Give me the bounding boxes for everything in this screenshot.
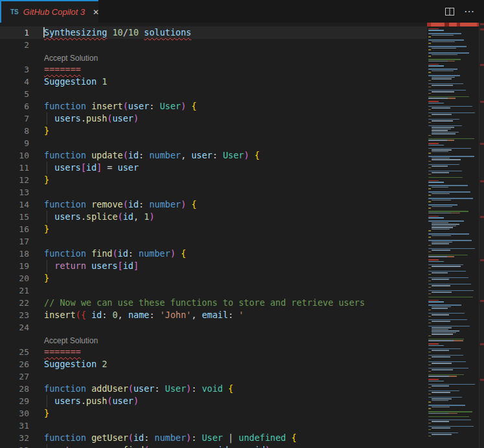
code-line[interactable]: 25=======: [0, 346, 427, 358]
code-line[interactable]: 20}: [0, 272, 427, 284]
indent-guide: [47, 444, 47, 448]
code-line[interactable]: 4Suggestion 1: [0, 76, 427, 88]
code-line[interactable]: 3=======: [0, 63, 427, 76]
code-line-text: }: [44, 125, 49, 137]
more-actions-icon[interactable]: ⋯: [464, 6, 475, 17]
error-ruler-mark: [480, 216, 484, 218]
code-line[interactable]: 16}: [0, 223, 427, 235]
editor-tab-bar: TS GitHub Copilot 3 ✕ ⋯: [0, 0, 484, 23]
code-line[interactable]: 8}: [0, 125, 427, 137]
error-ruler-mark: [480, 379, 484, 381]
typescript-file-icon: TS: [10, 8, 19, 16]
code-line-text: function insert(user: User) {: [44, 100, 197, 112]
line-number: 1: [0, 27, 29, 39]
editor-group: 1Synthesizing 10/10 solutions2Accept Sol…: [0, 23, 484, 448]
overview-ruler-scrollbar[interactable]: [479, 23, 484, 448]
code-line-text: function remove(id: number) {: [44, 198, 197, 211]
line-number: 10: [0, 149, 29, 162]
code-line[interactable]: 19 return users[id]: [0, 260, 427, 272]
code-line[interactable]: 2: [0, 39, 427, 51]
code-line-text: function find(id: number) {: [44, 248, 186, 260]
code-line[interactable]: 26Suggestion 2: [0, 358, 427, 370]
code-line[interactable]: 9: [0, 137, 427, 149]
code-line-text: }: [44, 272, 49, 284]
code-line[interactable]: 10function update(id: number, user: User…: [0, 149, 427, 162]
line-number: 32: [0, 432, 29, 444]
error-ruler-mark: [480, 101, 484, 103]
line-number: 30: [0, 407, 29, 420]
code-line-text: return users.find(user => user.id === id…: [44, 444, 270, 448]
code-line[interactable]: 14function remove(id: number) {: [0, 198, 427, 211]
code-line[interactable]: 1Synthesizing 10/10 solutions: [0, 27, 427, 39]
code-line[interactable]: 11 users[id] = user: [0, 162, 427, 174]
code-line[interactable]: 33 return users.find(user => user.id ===…: [0, 444, 427, 448]
code-line-text: return users[id]: [44, 260, 138, 272]
code-line[interactable]: 15 users.splice(id, 1): [0, 211, 427, 223]
line-number: 4: [0, 76, 29, 88]
error-ruler-mark: [480, 23, 484, 25]
code-line[interactable]: 30}: [0, 407, 427, 420]
line-number: 23: [0, 309, 29, 321]
code-line[interactable]: 32function getUser(id: number): User | u…: [0, 432, 427, 444]
minimap-line: [427, 439, 479, 441]
code-line-text: function getUser(id: number): User | und…: [44, 432, 296, 444]
code-line[interactable]: 22// Now we can use these functions to s…: [0, 297, 427, 309]
code-line[interactable]: 23insert({ id: 0, name: 'John', email: ': [0, 309, 427, 321]
code-line-text: Suggestion 1: [44, 76, 107, 88]
line-number: 20: [0, 272, 29, 284]
line-number: 15: [0, 211, 29, 223]
code-line-text: }: [44, 223, 49, 235]
code-line[interactable]: 7 users.push(user): [0, 112, 427, 125]
code-line[interactable]: 12}: [0, 174, 427, 186]
code-line[interactable]: 27: [0, 370, 427, 383]
error-ruler-mark: [480, 343, 484, 345]
code-line[interactable]: 29 users.push(user): [0, 395, 427, 407]
indent-guide: [47, 112, 47, 125]
editor-actions: ⋯: [445, 0, 484, 23]
accept-solution-link[interactable]: Accept Solution: [44, 336, 98, 346]
code-line[interactable]: 17: [0, 235, 427, 248]
code-line-text: function addUser(user: User): void {: [44, 383, 234, 395]
code-line[interactable]: 18function find(id: number) {: [0, 248, 427, 260]
indent-guide: [47, 260, 47, 272]
line-number: 31: [0, 420, 29, 432]
line-number: 24: [0, 321, 29, 334]
code-line[interactable]: 5: [0, 88, 427, 100]
error-ruler-mark: [480, 28, 484, 30]
code-line[interactable]: 21: [0, 284, 427, 297]
tab-github-copilot-3[interactable]: TS GitHub Copilot 3 ✕: [1, 0, 98, 23]
line-number: 16: [0, 223, 29, 235]
code-line-text: }: [44, 407, 49, 420]
line-number: 19: [0, 260, 29, 272]
code-editor[interactable]: 1Synthesizing 10/10 solutions2Accept Sol…: [0, 23, 427, 448]
tab-close-icon[interactable]: ✕: [91, 7, 101, 17]
line-number: 6: [0, 100, 29, 112]
line-number: 7: [0, 112, 29, 125]
code-line[interactable]: 28function addUser(user: User): void {: [0, 383, 427, 395]
code-line-text: =======: [44, 63, 81, 76]
line-number: 21: [0, 284, 29, 297]
indent-guide: [47, 395, 47, 407]
code-line-text: users[id] = user: [44, 162, 138, 174]
line-number: 14: [0, 198, 29, 211]
code-line[interactable]: 24: [0, 321, 427, 334]
code-line[interactable]: 13: [0, 186, 427, 198]
minimap[interactable]: [427, 23, 479, 448]
indent-guide: [47, 162, 47, 174]
line-number: 5: [0, 88, 29, 100]
line-number: 11: [0, 162, 29, 174]
code-line-text: =======: [44, 346, 81, 358]
line-number: 18: [0, 248, 29, 260]
vscode-window: TS GitHub Copilot 3 ✕ ⋯ 1Synthesizing 10…: [0, 0, 484, 448]
split-editor-icon[interactable]: [445, 6, 455, 17]
line-number: 17: [0, 235, 29, 248]
code-line[interactable]: 31: [0, 420, 427, 432]
code-line-text: users.splice(id, 1): [44, 211, 155, 223]
tab-label: GitHub Copilot 3: [23, 7, 85, 17]
line-number: 26: [0, 358, 29, 370]
accept-solution-link[interactable]: Accept Solution: [44, 53, 98, 63]
line-number: 25: [0, 346, 29, 358]
error-ruler-mark: [480, 180, 484, 182]
code-line[interactable]: 6function insert(user: User) {: [0, 100, 427, 112]
code-line-text: // Now we can use these functions to sto…: [44, 297, 365, 309]
